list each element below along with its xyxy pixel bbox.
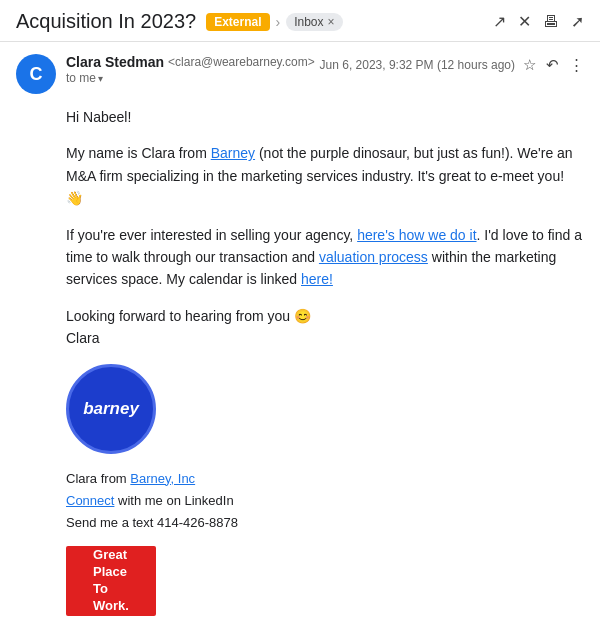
to-me-chevron-icon[interactable]: ▾: [98, 73, 103, 84]
sender-name-row: Clara Stedman <clara@wearebarney.com>: [66, 54, 320, 70]
sender-row: C Clara Stedman <clara@wearebarney.com> …: [0, 42, 600, 98]
sender-name: Clara Stedman: [66, 54, 164, 70]
paragraph-1: My name is Clara from Barney (not the pu…: [66, 142, 584, 209]
inbox-label: Inbox: [294, 15, 323, 29]
greeting: Hi Nabeel!: [66, 106, 584, 128]
sender-date-row: Jun 6, 2023, 9:32 PM (12 hours ago) ☆ ↶ …: [320, 54, 584, 74]
sender-info: Clara Stedman <clara@wearebarney.com> to…: [66, 54, 320, 85]
sig-company-link[interactable]: Barney, Inc: [130, 471, 195, 486]
action-icons: ☆ ↶ ⋮: [523, 56, 584, 74]
to-me-label: to me: [66, 71, 96, 85]
gptw-badge: Great Place To Work.: [66, 546, 156, 616]
barney-logo: barney: [66, 364, 156, 454]
print-icon[interactable]: 🖶: [543, 13, 559, 31]
header-actions: ↗ ✕ 🖶 ➚: [493, 12, 584, 31]
star-icon[interactable]: ☆: [523, 56, 536, 74]
close-inbox-icon[interactable]: ×: [328, 15, 335, 29]
more-options-icon[interactable]: ⋮: [569, 56, 584, 74]
badge-external: External: [206, 13, 269, 31]
sign-off: Clara: [66, 330, 99, 346]
sig-linkedin-line: Connect with me on LinkedIn: [66, 490, 584, 512]
heres-how-link[interactable]: here's how we do it: [357, 227, 476, 243]
calendar-link[interactable]: here!: [301, 271, 333, 287]
badge-inbox: Inbox ×: [286, 13, 342, 31]
paragraph-2: If you're ever interested in selling you…: [66, 224, 584, 291]
email-subject: Acquisition In 2023?: [16, 10, 196, 33]
share-icon[interactable]: ↗: [493, 12, 506, 31]
sig-phone-line: Send me a text 414-426-8878: [66, 512, 584, 534]
sender-meta: Clara Stedman <clara@wearebarney.com> to…: [66, 54, 584, 85]
email-body: Hi Nabeel! My name is Clara from Barney …: [0, 98, 600, 632]
valuation-link[interactable]: valuation process: [319, 249, 428, 265]
avatar: C: [16, 54, 56, 94]
close-icon[interactable]: ✕: [518, 12, 531, 31]
signature: Clara from Barney, Inc Connect with me o…: [66, 468, 584, 534]
reply-icon[interactable]: ↶: [546, 56, 559, 74]
to-me: to me ▾: [66, 71, 320, 85]
sig-name-line: Clara from Barney, Inc: [66, 468, 584, 490]
email-header: Acquisition In 2023? External › Inbox × …: [0, 0, 600, 42]
barney-link[interactable]: Barney: [211, 145, 255, 161]
chevron-right-icon: ›: [276, 14, 281, 30]
paragraph-3: Looking forward to hearing from you 😊 Cl…: [66, 305, 584, 350]
avatar-initials: C: [30, 64, 43, 85]
gptw-text: Great Place To Work.: [93, 547, 129, 615]
sender-email: <clara@wearebarney.com>: [168, 55, 315, 69]
sig-connect-link[interactable]: Connect: [66, 493, 114, 508]
barney-logo-text: barney: [83, 395, 139, 422]
expand-icon[interactable]: ➚: [571, 12, 584, 31]
date-text: Jun 6, 2023, 9:32 PM (12 hours ago): [320, 58, 515, 72]
